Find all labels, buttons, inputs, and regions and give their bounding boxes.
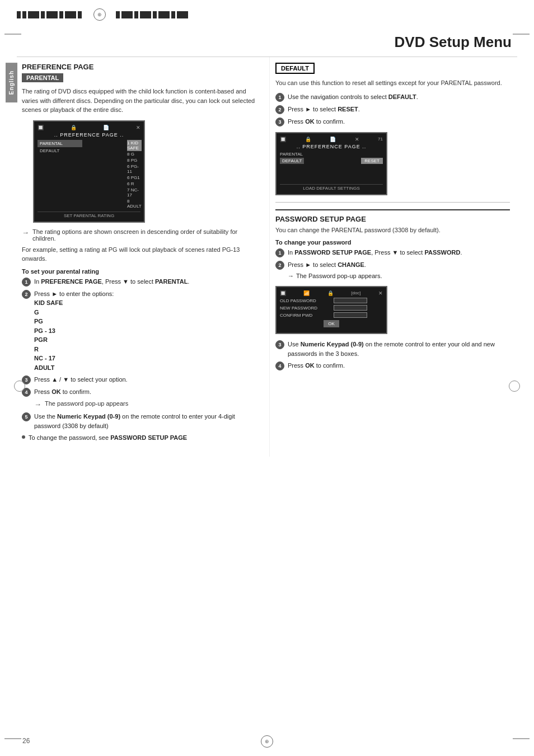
screen-icon-lock: 🔒 xyxy=(71,125,77,130)
screen-icon-1: 🔲 xyxy=(38,125,44,130)
screen-rating-adult: 8 ADULT xyxy=(127,198,142,209)
password-section-header: PASSWORD SETUP PAGE xyxy=(275,209,510,223)
pwd-screen-icon-close: ✕ xyxy=(378,290,383,296)
pwd-step-4: 4 Press OK to confirm. xyxy=(275,361,510,370)
crosshair-icon: ⊕ xyxy=(93,8,106,21)
new-password-label: NEW PASSWORD xyxy=(280,306,330,311)
arrow-note-2: → The password pop-up appears xyxy=(34,400,258,408)
new-password-row: NEW PASSWORD xyxy=(280,305,383,311)
pwd-step-3-text: Use Numeric Keypad (0-9) on the remote c… xyxy=(288,340,510,358)
preference-page-header: PREFERENCE PAGE xyxy=(22,63,258,71)
default-screen-icons: 🔲 🔒 📄 ✕ 71 xyxy=(280,137,383,142)
password-screen-mockup: 🔲 📶 🔒 [doc] ✕ OLD PASSWORD NEW PASSWORD … xyxy=(275,286,387,334)
preference-screen-mockup: 🔲 🔒 📄 ✕ .. PREFERENCE PAGE .. PARENTAL D… xyxy=(33,120,145,223)
step-2: 2 Press ► to enter the options: KID SAFE… xyxy=(22,289,258,373)
default-header: DEFAULT xyxy=(275,63,315,74)
arrow-icon: → xyxy=(22,228,29,237)
deco-block xyxy=(41,11,45,18)
screen-rating-pg1: 6 PG1 xyxy=(127,175,142,181)
default-step-2: 2 Press ► to select RESET. xyxy=(275,105,510,114)
bottom-crosshair-icon: ⊕ xyxy=(261,735,273,748)
pwd-step-1-text: In PASSWORD SETUP PAGE, Press ▼ to selec… xyxy=(288,248,510,257)
screen-rating-g: 8 G xyxy=(127,151,142,157)
default-screen-mockup: 🔲 🔒 📄 ✕ 71 .. PREFERENCE PAGE .. PARENTA… xyxy=(275,132,387,195)
page-title-area: DVD Setup Menu xyxy=(0,24,534,57)
arrow-note-text-2: The password pop-up appears xyxy=(45,400,128,407)
pwd-subnote: The Password pop-up appears. xyxy=(296,271,382,281)
screen-rating-pg: 8 PG xyxy=(127,157,142,163)
pwd-screen-icon-1: 🔲 xyxy=(280,290,286,296)
screen-rating-kidsafe: 1 KID SAFE xyxy=(127,140,142,151)
default-screen-icon-1: 🔲 xyxy=(280,137,286,142)
step-num-1: 1 xyxy=(22,278,31,287)
how-to-set-heading: To set your parental rating xyxy=(22,268,258,275)
pwd-screen-icons: 🔲 📶 🔒 [doc] ✕ xyxy=(280,290,383,296)
page-number: 26 xyxy=(22,737,30,745)
deco-block xyxy=(65,11,76,18)
deco-block xyxy=(177,11,188,18)
pwd-step-num-4: 4 xyxy=(275,361,284,370)
step-4: 4 Press OK to confirm. xyxy=(22,387,258,397)
step-num-2: 2 xyxy=(22,290,31,299)
default-screen-icon-close: ✕ xyxy=(355,137,359,142)
screen-rating-r: 6 R xyxy=(127,181,142,187)
deco-block xyxy=(158,11,170,18)
step-5-text: Use the Numeric Keypad (0-9) on the remo… xyxy=(34,412,258,430)
bullet-dot xyxy=(22,435,25,439)
screen-title: .. PREFERENCE PAGE .. xyxy=(38,132,140,138)
screen-menu-parental: PARENTAL xyxy=(38,140,82,147)
old-password-label: OLD PASSWORD xyxy=(280,298,330,303)
screen-parental-label: PARENTAL xyxy=(280,152,303,157)
screen-icon-2: 📄 xyxy=(103,125,109,130)
pwd-step-4-text: Press OK to confirm. xyxy=(288,361,510,370)
for-example-text: For example, setting a rating at PG will… xyxy=(22,245,258,264)
pwd-step-num-1: 1 xyxy=(275,248,284,257)
how-to-change-heading: To change your password xyxy=(275,239,510,246)
screen-rating-nc17: 7 NC-17 xyxy=(127,187,142,198)
step-2-text: Press ► to enter the options: KID SAFEGP… xyxy=(34,289,258,373)
step-5: 5 Use the Numeric Keypad (0-9) on the re… xyxy=(22,412,258,430)
parental-subheader: PARENTAL xyxy=(22,73,63,82)
screen-icon-close: ✕ xyxy=(136,125,140,130)
corner-line-tr xyxy=(513,34,530,35)
pwd-screen-icon-doc: [doc] xyxy=(351,290,360,296)
old-password-input xyxy=(334,298,367,303)
bullet-text: To change the password, see PASSWORD SET… xyxy=(29,433,258,443)
pwd-step-num-2: 2 xyxy=(275,261,284,270)
password-body-text: You can change the PARENTAL password (33… xyxy=(275,226,510,235)
left-margin-circle xyxy=(14,381,25,392)
default-step-num-1: 1 xyxy=(275,93,284,102)
default-screen-icon-extra: 71 xyxy=(378,137,383,142)
step-3-text: Press ▲ / ▼ to select your option. xyxy=(34,375,258,384)
arrow-icon-3: → xyxy=(288,271,294,281)
screen-menu-default: DEFAULT xyxy=(38,147,82,154)
screen-default-label: DEFAULT xyxy=(280,158,304,164)
arrow-icon-2: → xyxy=(34,400,41,408)
screen-parental-row: PARENTAL xyxy=(280,152,383,157)
deco-block xyxy=(17,11,21,18)
language-tab: English xyxy=(6,63,17,102)
corner-line-bl xyxy=(4,738,21,739)
default-screen-icon-2: 📄 xyxy=(330,137,336,142)
page-title: DVD Setup Menu xyxy=(395,34,512,50)
new-password-input xyxy=(334,305,367,311)
arrow-note-text-1: The rating options are shown onscreen in… xyxy=(32,228,258,242)
default-step-2-text: Press ► to select RESET. xyxy=(288,105,510,114)
deco-block xyxy=(153,11,157,18)
deco-block xyxy=(134,11,138,18)
deco-block xyxy=(22,11,26,18)
default-step-3-text: Press OK to confirm. xyxy=(288,117,510,126)
default-step-num-3: 3 xyxy=(275,118,284,126)
pwd-screen-icon-signal: 📶 xyxy=(303,290,310,296)
section-divider xyxy=(275,202,510,203)
default-step-1: 1 Use the navigation controls to select … xyxy=(275,92,510,102)
step-3: 3 Press ▲ / ▼ to select your option. xyxy=(22,375,258,384)
confirm-password-input xyxy=(334,312,367,318)
default-step-1-text: Use the navigation controls to select DE… xyxy=(288,92,510,102)
deco-block xyxy=(121,11,133,18)
deco-block xyxy=(28,11,39,18)
screen-icons: 🔲 🔒 📄 ✕ xyxy=(38,125,140,130)
left-column: PREFERENCE PAGE PARENTAL The rating of D… xyxy=(17,57,269,457)
pwd-step-3: 3 Use Numeric Keypad (0-9) on the remote… xyxy=(275,340,510,358)
ok-button: OK xyxy=(324,320,339,327)
